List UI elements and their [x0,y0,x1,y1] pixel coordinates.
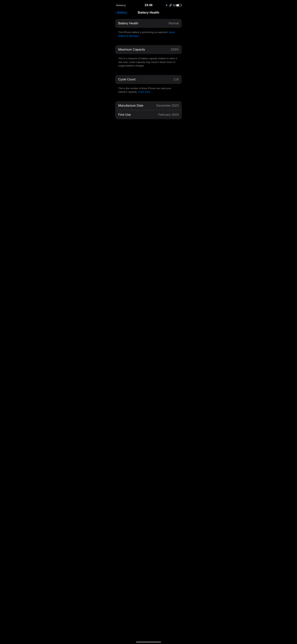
maximum-capacity-desc-text: This is a measure of battery capacity re… [118,57,177,67]
status-icons: ✈ 🔗 62 [166,4,181,7]
cycle-count-card: Cycle Count 116 [115,75,182,84]
maximum-capacity-label: Maximum Capacity [118,48,145,52]
cycle-count-description: This is the number of times iPhone has u… [115,86,182,97]
content: Battery Health Normal This iPhone batter… [112,18,185,125]
manufacture-date-row: Manufacture Date December 2023 [115,101,182,110]
battery-percent: 62 [173,4,176,7]
battery-status: 62 [173,4,181,7]
manufacture-date-value: December 2023 [156,104,179,108]
back-label: Battery [117,11,127,14]
battery-health-value: Normal [168,22,179,25]
first-use-label: First Use [118,113,131,116]
dates-section: Manufacture Date December 2023 First Use… [115,101,182,119]
maximum-capacity-description: This is a measure of battery capacity re… [115,56,182,70]
battery-health-label: Battery Health [118,22,138,25]
first-use-value: February 2024 [158,113,179,116]
back-button[interactable]: ‹ Battery [115,10,127,15]
link-icon: 🔗 [169,4,172,7]
battery-icon [176,4,181,6]
nav-bar: ‹ Battery Battery Health [112,9,185,18]
manufacture-date-label: Manufacture Date [118,104,143,108]
time-label: 19:46 [144,3,152,7]
cycle-count-section: Cycle Count 116 This is the number of ti… [115,75,182,97]
cycle-count-value: 116 [174,78,179,81]
airplane-icon: ✈ [166,4,168,7]
battery-health-card: Battery Health Normal [115,19,182,28]
maximum-capacity-row: Maximum Capacity 100% [115,45,182,54]
battery-health-section: Battery Health Normal This iPhone batter… [115,19,182,41]
battery-health-desc-text: This iPhone battery is performing as exp… [118,31,168,34]
maximum-capacity-card: Maximum Capacity 100% [115,45,182,54]
learn-more-link[interactable]: Learn more… [138,90,152,93]
back-chevron-icon: ‹ [115,10,116,15]
maximum-capacity-value: 100% [171,48,179,52]
domain-label: Somon.tj [116,4,126,7]
battery-health-description: This iPhone battery is performing as exp… [115,29,182,41]
first-use-row: First Use February 2024 [115,110,182,119]
cycle-count-label: Cycle Count [118,78,136,81]
page-title: Battery Health [138,11,159,14]
maximum-capacity-section: Maximum Capacity 100% This is a measure … [115,45,182,70]
dates-card: Manufacture Date December 2023 First Use… [115,101,182,119]
battery-health-row: Battery Health Normal [115,19,182,28]
cycle-count-row: Cycle Count 116 [115,75,182,84]
status-bar: Somon.tj 19:46 ✈ 🔗 62 [112,0,185,9]
battery-fill [176,4,179,6]
